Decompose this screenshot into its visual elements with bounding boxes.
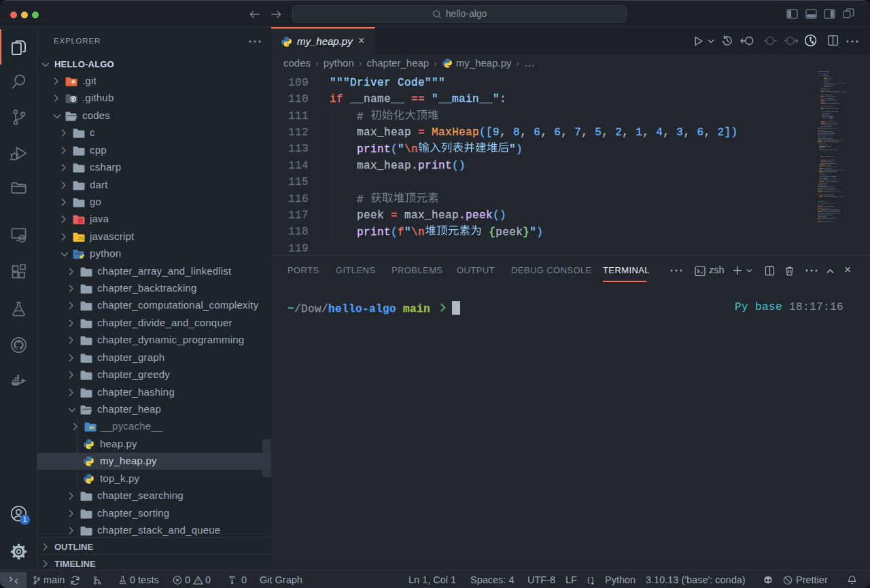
- svg-text:JS: JS: [77, 236, 84, 241]
